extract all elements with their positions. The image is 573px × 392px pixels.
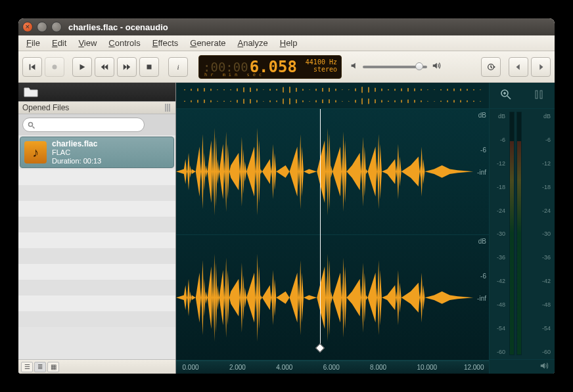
overview-channel-right bbox=[179, 97, 486, 106]
list-item bbox=[18, 232, 175, 248]
svg-point-0 bbox=[53, 64, 57, 69]
list-item bbox=[18, 185, 175, 201]
meter-scale-right: dB -6 -12 -18 -24 -30 -36 -42 -48 -54 -6… bbox=[539, 112, 551, 357]
sidebar-header: Opened Files bbox=[18, 83, 175, 114]
search-icon bbox=[28, 120, 35, 132]
menu-analyze[interactable]: Analyze bbox=[232, 37, 273, 49]
list-item bbox=[18, 201, 175, 217]
skip-back-button[interactable] bbox=[95, 57, 114, 77]
db-m6: -6 bbox=[480, 146, 486, 154]
list-item bbox=[18, 311, 175, 327]
meter-bar-right bbox=[516, 112, 522, 355]
waveform-area[interactable]: dB -6 -inf dB -6 -inf bbox=[176, 83, 489, 374]
waveform-right-icon bbox=[176, 235, 489, 360]
menu-controls[interactable]: Controls bbox=[103, 37, 145, 49]
menu-view[interactable]: View bbox=[73, 37, 102, 49]
file-list[interactable]: ♪ charlies.flac FLAC Duration: 00:13 bbox=[18, 135, 175, 359]
svg-rect-7 bbox=[540, 91, 542, 98]
ruler-tick: 0.000 bbox=[183, 364, 199, 371]
nav-back-button[interactable] bbox=[509, 57, 528, 77]
opened-files-header[interactable]: Opened Files bbox=[18, 101, 175, 114]
menu-help[interactable]: Help bbox=[275, 37, 303, 49]
stop-button[interactable] bbox=[139, 57, 159, 77]
time-ruler[interactable]: 0.000 2.000 4.000 6.000 8.000 10.000 12.… bbox=[176, 360, 489, 374]
meter-tools bbox=[490, 83, 555, 109]
track-right[interactable]: dB -6 -inf bbox=[176, 235, 489, 361]
list-item bbox=[18, 280, 175, 295]
menu-edit[interactable]: Edit bbox=[47, 37, 72, 49]
maximize-window-button[interactable] bbox=[51, 22, 62, 32]
list-item bbox=[18, 264, 175, 280]
ruler-tick: 8.000 bbox=[370, 364, 386, 371]
rewind-start-button[interactable] bbox=[22, 57, 42, 77]
volume-low-icon bbox=[350, 61, 359, 73]
ruler-tick: 12.000 bbox=[464, 364, 484, 371]
volume-high-icon bbox=[431, 61, 442, 73]
meter-bar-left bbox=[509, 112, 515, 355]
ruler-tick: 10.000 bbox=[417, 364, 438, 371]
app-window: ✕ charlies.flac - ocenaudio File Edit Vi… bbox=[18, 18, 555, 374]
main-body: Opened Files ♪ charlies.flac FLAC Durati… bbox=[18, 83, 555, 374]
meter-bars[interactable] bbox=[509, 112, 535, 357]
meter-footer bbox=[490, 359, 555, 374]
lcd-format-meta: 44100 Hz stereo bbox=[306, 58, 337, 73]
info-button[interactable]: i bbox=[168, 57, 188, 77]
ruler-tick: 6.000 bbox=[323, 364, 340, 371]
ruler-tick: 2.000 bbox=[229, 364, 246, 371]
folder-browser-icon[interactable] bbox=[18, 83, 175, 101]
ruler-tick: 4.000 bbox=[276, 364, 292, 371]
search-input[interactable] bbox=[22, 118, 145, 132]
list-item bbox=[18, 295, 175, 311]
view-detail-button[interactable]: ≣ bbox=[34, 362, 46, 372]
menu-effects[interactable]: Effects bbox=[147, 37, 184, 49]
svg-point-4 bbox=[29, 123, 33, 127]
menu-generate[interactable]: Generate bbox=[185, 37, 231, 49]
menubar: File Edit View Controls Effects Generate… bbox=[18, 35, 555, 51]
list-item bbox=[18, 248, 175, 264]
playhead[interactable] bbox=[320, 109, 321, 347]
db-inf: -inf bbox=[477, 169, 486, 176]
list-item bbox=[18, 169, 175, 185]
window-title: charlies.flac - ocenaudio bbox=[68, 22, 168, 32]
meter-body: dB -6 -12 -18 -24 -30 -36 -42 -48 -54 -6… bbox=[490, 109, 555, 359]
list-item[interactable]: ♪ charlies.flac FLAC Duration: 00:13 bbox=[20, 137, 174, 168]
file-format: FLAC bbox=[52, 148, 101, 157]
overview-waveform[interactable] bbox=[176, 83, 489, 109]
titlebar[interactable]: ✕ charlies.flac - ocenaudio bbox=[18, 18, 555, 35]
meter-scale-left: dB -6 -12 -18 -24 -30 -36 -42 -48 -54 -6… bbox=[493, 112, 505, 357]
editor: dB -6 -inf dB -6 -inf bbox=[176, 83, 555, 374]
tracks[interactable]: dB -6 -inf dB -6 -inf bbox=[176, 109, 489, 360]
view-list-button[interactable]: ☰ bbox=[21, 362, 33, 372]
grip-icon[interactable] bbox=[165, 104, 172, 112]
audio-file-icon: ♪ bbox=[24, 141, 47, 163]
time-display[interactable]: :00:00 6.058 hr min sec 44100 Hz stereo bbox=[198, 55, 342, 79]
minimize-window-button[interactable] bbox=[37, 22, 47, 32]
svg-text:i: i bbox=[177, 62, 179, 70]
volume-thumb[interactable] bbox=[415, 62, 423, 70]
svg-rect-6 bbox=[536, 91, 538, 98]
svg-rect-1 bbox=[147, 64, 152, 69]
play-button[interactable] bbox=[72, 57, 92, 77]
close-window-button[interactable]: ✕ bbox=[22, 22, 33, 32]
sidebar-search-row bbox=[18, 114, 175, 135]
history-button[interactable] bbox=[481, 57, 501, 77]
toolbar: i :00:00 6.058 hr min sec 44100 Hz stere… bbox=[18, 51, 555, 83]
speaker-icon[interactable] bbox=[539, 361, 549, 373]
volume-slider[interactable] bbox=[363, 66, 427, 68]
file-meta: charlies.flac FLAC Duration: 00:13 bbox=[52, 140, 101, 165]
overview-channel-left bbox=[179, 85, 486, 95]
view-grid-button[interactable]: ▦ bbox=[47, 362, 59, 372]
lcd-samplerate: 44100 Hz bbox=[306, 58, 337, 66]
nav-forward-button[interactable] bbox=[531, 57, 551, 77]
track-left[interactable]: dB -6 -inf bbox=[176, 109, 489, 235]
meter-config-icon[interactable] bbox=[534, 89, 544, 102]
file-name: charlies.flac bbox=[52, 140, 101, 148]
lcd-unit-labels: hr min sec bbox=[204, 72, 265, 77]
skip-forward-button[interactable] bbox=[117, 57, 137, 77]
record-button[interactable] bbox=[45, 57, 64, 77]
sidebar: Opened Files ♪ charlies.flac FLAC Durati… bbox=[18, 83, 176, 374]
opened-files-label: Opened Files bbox=[22, 103, 69, 112]
waveform-left-icon bbox=[176, 109, 489, 234]
zoom-in-icon[interactable] bbox=[500, 89, 512, 103]
menu-file[interactable]: File bbox=[21, 37, 45, 49]
